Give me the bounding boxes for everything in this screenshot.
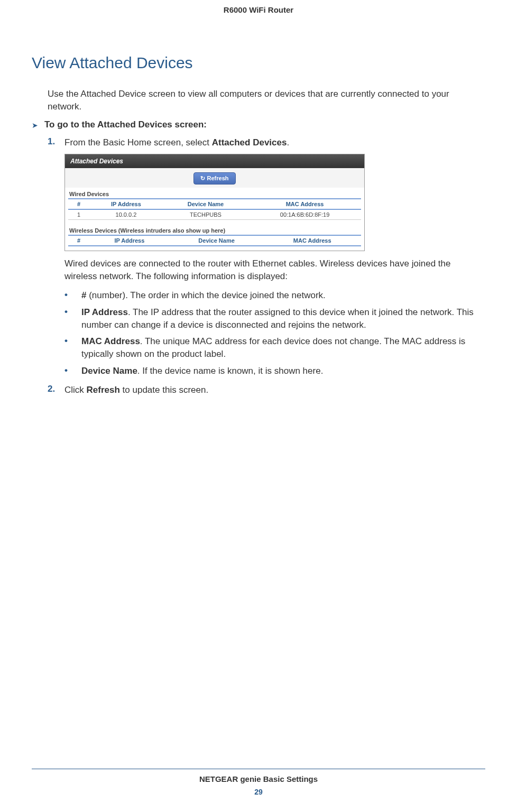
footer-page-number: 29 [32,788,485,796]
col-mac: MAC Address [248,199,361,209]
wired-devices-table: # IP Address Device Name MAC Address 1 1… [68,198,361,220]
cell-ip: 10.0.0.2 [89,209,163,220]
bullet-icon: • [64,306,81,331]
bullet-2-label: IP Address [81,307,128,317]
after-figure-paragraph: Wired devices are connected to the route… [64,257,485,283]
col-num-2: # [68,235,89,246]
footer-title: NETGEAR genie Basic Settings [32,774,485,783]
step-1-number: 1. [48,136,64,147]
cell-num: 1 [68,209,89,220]
step-1-text-a: From the Basic Home screen, select [64,137,212,147]
bullet-4-label: Device Name [81,366,137,376]
header-product: R6000 WiFi Router [0,0,517,14]
bullet-icon: • [64,365,81,377]
cell-name: TECHPUBS [163,209,248,220]
table-row: 1 10.0.0.2 TECHPUBS 00:1A:6B:6D:8F:19 [68,209,361,220]
col-mac-2: MAC Address [263,235,361,246]
bullet-icon: • [64,335,81,361]
col-num: # [68,199,89,209]
col-ip: IP Address [89,199,163,209]
bullet-4: Device Name. If the device name is known… [81,365,323,377]
attached-devices-figure: Attached Devices Refresh Wired Devices #… [64,154,365,251]
step-1-text-b: Attached Devices [212,137,287,147]
procedure-arrow-icon: ➤ [32,119,44,130]
bullet-1: # (number). The order in which the devic… [81,289,326,302]
step-1-text: From the Basic Home screen, select Attac… [64,136,289,149]
bullet-3: MAC Address. The unique MAC address for … [81,335,485,361]
intro-paragraph: Use the Attached Device screen to view a… [48,88,485,113]
footer-divider [32,769,485,769]
wireless-devices-table: # IP Address Device Name MAC Address [68,235,361,246]
step-2-text-a: Click [64,385,87,395]
col-name-2: Device Name [170,235,264,246]
bullet-2-text: . The IP address that the router assigne… [81,307,474,330]
procedure-heading: To go to the Attached Devices screen: [44,119,207,130]
wireless-devices-label: Wireless Devices (Wireless intruders als… [65,224,364,235]
step-2-text-b: Refresh [87,385,120,395]
col-ip-2: IP Address [89,235,170,246]
cell-mac: 00:1A:6B:6D:8F:19 [248,209,361,220]
page-title: View Attached Devices [32,54,485,72]
figure-header: Attached Devices [65,154,364,168]
bullet-2: IP Address. The IP address that the rout… [81,306,485,331]
col-name: Device Name [163,199,248,209]
bullet-3-label: MAC Address [81,336,140,346]
step-2-text: Click Refresh to update this screen. [64,384,208,396]
bullet-4-text: . If the device name is known, it is sho… [137,366,324,376]
step-1-text-c: . [287,137,289,147]
bullet-icon: • [64,289,81,302]
step-2-text-c: to update this screen. [120,385,208,395]
step-2-number: 2. [48,384,64,394]
wired-devices-label: Wired Devices [65,188,364,198]
refresh-button[interactable]: Refresh [193,172,235,184]
bullet-1-text: (number). The order in which the device … [86,290,325,300]
